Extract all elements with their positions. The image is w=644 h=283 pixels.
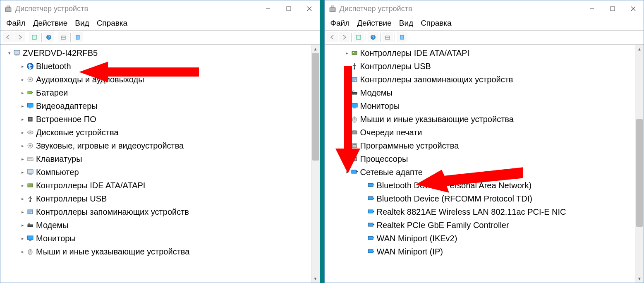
tree-item[interactable]: ▸Модемы (6, 218, 311, 232)
tree-item[interactable]: ▸Программные устройства (330, 139, 635, 152)
tree-item[interactable]: ▸Модемы (330, 86, 635, 99)
printer-icon (350, 128, 359, 137)
device-tree[interactable]: ▸Контроллеры IDE ATA/ATAPI▸Контроллеры U… (325, 45, 635, 283)
tree-item[interactable]: ▸Bluetooth (6, 60, 311, 73)
tree-item[interactable]: ▸Компьютер (6, 165, 311, 179)
chevron-right-icon[interactable]: ▸ (344, 156, 350, 162)
chevron-right-icon[interactable]: ▸ (344, 143, 350, 149)
tree-item[interactable]: ▸Контроллеры IDE ATA/ATAPI (330, 46, 635, 60)
chevron-right-icon[interactable]: ▸ (344, 103, 350, 109)
show-hidden-button[interactable] (29, 32, 40, 42)
tree-item[interactable]: ▸Очереди печати (330, 126, 635, 139)
tree-item[interactable]: ▸Встроенное ПО (6, 113, 311, 126)
chevron-right-icon[interactable]: ▸ (19, 90, 26, 96)
back-button[interactable] (327, 32, 338, 42)
help-button[interactable]: ? (368, 32, 378, 42)
tree-item[interactable]: ▸Батареи (6, 86, 311, 99)
tree-item[interactable]: ▸Контроллеры USB (330, 60, 635, 73)
tree-item[interactable]: ▸Мыши и иные указывающие устройства (330, 113, 635, 126)
tree-item[interactable]: ▸Видеоадаптеры (6, 99, 311, 113)
tree-item[interactable]: ▾Сетевые адапте (330, 165, 635, 179)
tree-item[interactable]: ▸Звуковые, игровые и видеоустройства (6, 139, 311, 152)
minimize-button[interactable] (582, 0, 602, 17)
tree-item[interactable]: Realtek 8821AE Wireless LAN 802.11ac PCI… (330, 205, 635, 218)
chevron-right-icon[interactable]: ▸ (19, 170, 26, 175)
maximize-button[interactable] (602, 0, 623, 17)
tree-item[interactable]: ▸Контроллеры USB (6, 192, 311, 205)
chevron-right-icon[interactable]: ▸ (344, 77, 350, 82)
close-button[interactable] (623, 0, 644, 17)
menu-view[interactable]: Вид (75, 19, 89, 28)
chevron-right-icon[interactable]: ▸ (19, 196, 26, 201)
menu-action[interactable]: Действие (357, 19, 392, 28)
tree-item[interactable]: ▸Мониторы (6, 232, 311, 245)
scrollbar[interactable]: ▲ ▼ (311, 45, 320, 283)
menu-file[interactable]: Файл (6, 19, 26, 28)
tree-item[interactable]: ▸Контроллеры запоминающих устройств (6, 205, 311, 218)
chevron-right-icon[interactable]: ▸ (344, 64, 350, 69)
menubar: Файл Действие Вид Справка (325, 17, 644, 31)
properties-button[interactable] (397, 32, 407, 42)
chevron-right-icon[interactable]: ▸ (344, 50, 350, 56)
tree-item[interactable]: ▸Контроллеры запоминающих устройств (330, 73, 635, 86)
tree-root[interactable]: ▾ZVERDVD-I42RFB5 (6, 46, 311, 60)
close-button[interactable] (299, 0, 320, 17)
show-hidden-button[interactable] (353, 32, 364, 42)
chevron-right-icon[interactable]: ▸ (344, 90, 350, 96)
tree-item[interactable]: ▸Процессоры (330, 152, 635, 165)
svg-rect-82 (368, 223, 373, 226)
chevron-right-icon[interactable]: ▸ (19, 77, 26, 82)
tree-item[interactable]: Bluetooth Device (RFCOMM Protocol TDI) (330, 192, 635, 205)
chevron-right-icon[interactable]: ▸ (344, 117, 350, 122)
tree-item[interactable]: ▸Мыши и иные указывающие устройства (6, 245, 311, 258)
help-button[interactable]: ? (43, 32, 54, 42)
maximize-button[interactable] (278, 0, 299, 17)
scan-button[interactable] (382, 32, 393, 42)
chevron-right-icon[interactable]: ▸ (19, 130, 26, 135)
chevron-right-icon[interactable]: ▸ (19, 64, 26, 69)
scroll-up-icon[interactable]: ▲ (311, 45, 320, 53)
tree-item-label: WAN Miniport (IKEv2) (377, 234, 457, 243)
menu-help[interactable]: Справка (97, 19, 128, 28)
tree-item[interactable]: WAN Miniport (IKEv2) (330, 232, 635, 245)
chevron-right-icon[interactable]: ▸ (19, 249, 26, 254)
tree-item[interactable]: Bluetooth Device (Personal Area Network) (330, 179, 635, 192)
menu-file[interactable]: Файл (330, 19, 350, 28)
menu-action[interactable]: Действие (33, 19, 68, 28)
menu-help[interactable]: Справка (421, 19, 452, 28)
chevron-right-icon[interactable]: ▸ (19, 103, 26, 109)
scrollbar[interactable]: ▲ ▼ (635, 45, 644, 283)
scroll-thumb[interactable] (636, 119, 643, 227)
menu-view[interactable]: Вид (399, 19, 413, 28)
scroll-up-icon[interactable]: ▲ (635, 45, 644, 53)
minimize-button[interactable] (258, 0, 278, 17)
tree-item[interactable]: ▸Аудиовходы и аудиовыходы (6, 73, 311, 86)
chevron-down-icon[interactable]: ▾ (344, 170, 350, 175)
chevron-right-icon[interactable]: ▸ (19, 236, 26, 241)
device-tree[interactable]: ▾ZVERDVD-I42RFB5▸Bluetooth▸Аудиовходы и … (0, 45, 311, 283)
chevron-right-icon[interactable]: ▸ (19, 223, 26, 228)
chevron-right-icon[interactable]: ▸ (19, 143, 26, 149)
forward-button[interactable] (339, 32, 350, 42)
properties-button[interactable] (72, 32, 83, 42)
tree-item[interactable]: ▸Дисковые устройства (6, 126, 311, 139)
tree-item[interactable]: ▸Контроллеры IDE ATA/ATAPI (6, 179, 311, 192)
chevron-right-icon[interactable]: ▸ (19, 209, 26, 215)
scan-button[interactable] (58, 32, 69, 42)
scroll-thumb[interactable] (312, 53, 319, 161)
tree-item[interactable]: WAN Miniport (IP) (330, 245, 635, 258)
tree-item[interactable]: Realtek PCIe GbE Family Controller (330, 218, 635, 232)
svg-rect-70 (352, 144, 357, 148)
scroll-down-icon[interactable]: ▼ (635, 274, 644, 283)
tree-item[interactable]: ▸Мониторы (330, 99, 635, 113)
chevron-down-icon[interactable]: ▾ (6, 50, 13, 56)
back-button[interactable] (3, 32, 14, 42)
chevron-right-icon[interactable]: ▸ (19, 117, 26, 122)
tree-item[interactable]: ▸Клавиатуры (6, 152, 311, 165)
chevron-right-icon[interactable]: ▸ (344, 130, 350, 135)
chevron-right-icon[interactable]: ▸ (19, 183, 26, 188)
svg-rect-31 (29, 174, 32, 175)
forward-button[interactable] (14, 32, 25, 42)
scroll-down-icon[interactable]: ▼ (311, 274, 320, 283)
chevron-right-icon[interactable]: ▸ (19, 156, 26, 162)
